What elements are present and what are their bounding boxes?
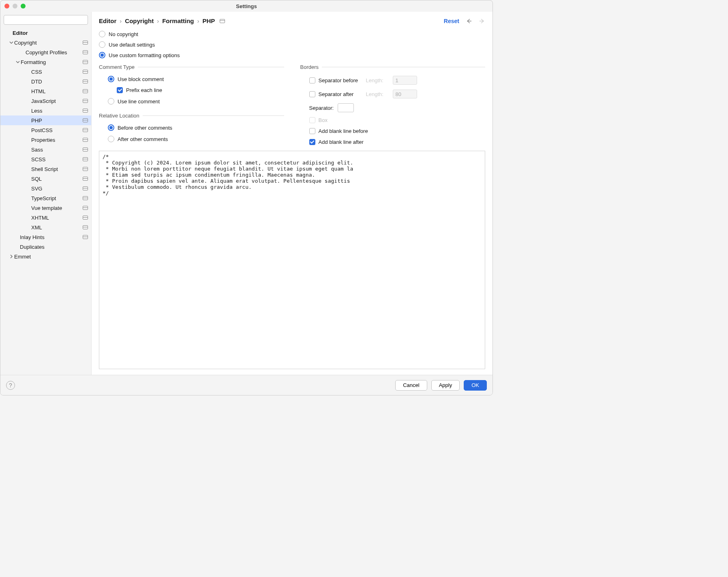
preview-area: /* * Copyright (c) 2024. Lorem ipsum dol… (99, 151, 485, 369)
borders-title: Borders (300, 64, 486, 70)
tree-item-javascript[interactable]: JavaScript (0, 96, 91, 106)
breadcrumb-item[interactable]: Editor (99, 17, 116, 24)
forward-arrow-icon[interactable] (479, 18, 485, 24)
tree-item-dtd[interactable]: DTD (0, 77, 91, 86)
cancel-button[interactable]: Cancel (395, 380, 427, 391)
scheme-indicator-icon (83, 167, 88, 171)
chevron-down-icon[interactable] (9, 40, 14, 45)
apply-button[interactable]: Apply (431, 380, 460, 391)
radio-use-default[interactable]: Use default settings (99, 41, 485, 48)
chevron-down-icon[interactable] (15, 59, 21, 65)
radio-use-block-comment[interactable]: Use block comment (108, 76, 284, 82)
scheme-indicator-icon (83, 118, 88, 122)
checkbox-label: Add blank line before (319, 128, 368, 134)
scheme-indicator-icon (83, 128, 88, 132)
separator-label: Separator: (309, 105, 334, 111)
scheme-indicator-icon (83, 50, 88, 54)
tree-item-svg[interactable]: SVG (0, 184, 91, 193)
tree-inlay-hints[interactable]: Inlay Hints (0, 232, 91, 242)
tree-label: Copyright (14, 40, 81, 46)
reset-button[interactable]: Reset (444, 18, 459, 24)
chevron-right-icon[interactable] (9, 254, 14, 259)
tree-item-typescript[interactable]: TypeScript (0, 193, 91, 203)
tree-label: Properties (31, 137, 81, 143)
scheme-indicator-icon (83, 89, 88, 93)
scheme-indicator-icon (83, 99, 88, 103)
tree-copyright-profiles[interactable]: Copyright Profiles (0, 47, 91, 57)
radio-label: Use block comment (118, 76, 164, 82)
scheme-indicator-icon (220, 19, 225, 23)
tree-item-postcss[interactable]: PostCSS (0, 125, 91, 135)
tree-label: Emmet (14, 254, 88, 260)
tree-label: Shell Script (31, 166, 81, 172)
breadcrumb-item[interactable]: Copyright (125, 17, 154, 24)
tree-duplicates[interactable]: Duplicates (0, 242, 91, 252)
tree-label: Duplicates (20, 244, 88, 250)
scheme-indicator-icon (83, 70, 88, 74)
tree-copyright[interactable]: Copyright (0, 38, 91, 47)
checkbox-separator-before[interactable]: Separator before (309, 77, 362, 83)
tree-item-html[interactable]: HTML (0, 86, 91, 96)
length-before-input[interactable] (393, 76, 417, 85)
radio-label: Use default settings (109, 42, 155, 48)
checkbox-label: Prefix each line (126, 87, 162, 93)
settings-tree: EditorCopyrightCopyright ProfilesFormatt… (0, 28, 91, 375)
tree-item-scss[interactable]: SCSS (0, 154, 91, 164)
tree-label: Sass (31, 147, 81, 153)
radio-after-other-comments[interactable]: After other comments (108, 136, 284, 142)
back-arrow-icon[interactable] (466, 18, 472, 24)
tree-item-xml[interactable]: XML (0, 222, 91, 232)
sidebar: EditorCopyrightCopyright ProfilesFormatt… (0, 12, 92, 375)
tree-label: JavaScript (31, 98, 81, 104)
scheme-indicator-icon (83, 225, 88, 229)
tree-label: Vue template (31, 205, 81, 211)
scheme-indicator-icon (83, 157, 88, 161)
scheme-indicator-icon (83, 147, 88, 152)
tree-label: SVG (31, 186, 81, 192)
checkbox-separator-after[interactable]: Separator after (309, 91, 362, 97)
comment-type-title: Comment Type (99, 64, 284, 70)
breadcrumb-item[interactable]: PHP (203, 17, 215, 24)
radio-use-custom[interactable]: Use custom formatting options (99, 52, 485, 58)
length-after-input[interactable] (393, 90, 417, 98)
radio-before-other-comments[interactable]: Before other comments (108, 124, 284, 131)
separator-input[interactable] (338, 103, 354, 112)
tree-editor[interactable]: Editor (0, 28, 91, 38)
tree-item-css[interactable]: CSS (0, 67, 91, 77)
help-button[interactable]: ? (6, 381, 15, 390)
breadcrumb-item[interactable]: Formatting (162, 17, 194, 24)
length-before-label: Length: (366, 77, 389, 83)
tree-item-xhtml[interactable]: XHTML (0, 213, 91, 222)
ok-button[interactable]: OK (464, 380, 487, 391)
scheme-indicator-icon (83, 109, 88, 113)
tree-label: DTD (31, 79, 81, 85)
scheme-indicator-icon (83, 216, 88, 220)
tree-item-properties[interactable]: Properties (0, 135, 91, 145)
chevron-right-icon: › (157, 17, 159, 24)
checkbox-label: Box (319, 117, 328, 123)
tree-label: SQL (31, 176, 81, 182)
checkbox-label: Add blank line after (319, 139, 364, 145)
tree-item-vue-template[interactable]: Vue template (0, 203, 91, 213)
checkbox-blank-line-before[interactable]: Add blank line before (309, 128, 486, 134)
tree-label: Inlay Hints (20, 234, 81, 240)
tree-label: Copyright Profiles (26, 49, 81, 56)
tree-item-less[interactable]: Less (0, 106, 91, 115)
scheme-indicator-icon (83, 41, 88, 45)
radio-label: After other comments (118, 136, 168, 142)
tree-emmet[interactable]: Emmet (0, 252, 91, 261)
tree-item-sql[interactable]: SQL (0, 174, 91, 184)
radio-use-line-comment[interactable]: Use line comment (108, 98, 284, 105)
tree-formatting[interactable]: Formatting (0, 57, 91, 67)
checkbox-prefix-each-line[interactable]: Prefix each line (108, 87, 284, 93)
tree-item-php[interactable]: PHP (0, 115, 91, 125)
tree-item-shell-script[interactable]: Shell Script (0, 164, 91, 174)
radio-label: No copyright (109, 31, 138, 37)
tree-item-sass[interactable]: Sass (0, 145, 91, 154)
breadcrumb: Editor›Copyright›Formatting›PHP (99, 17, 225, 24)
scheme-indicator-icon (83, 186, 88, 190)
tree-label: PHP (31, 118, 81, 124)
search-input[interactable] (4, 15, 88, 25)
checkbox-blank-line-after[interactable]: Add blank line after (309, 139, 486, 145)
radio-no-copyright[interactable]: No copyright (99, 31, 485, 37)
